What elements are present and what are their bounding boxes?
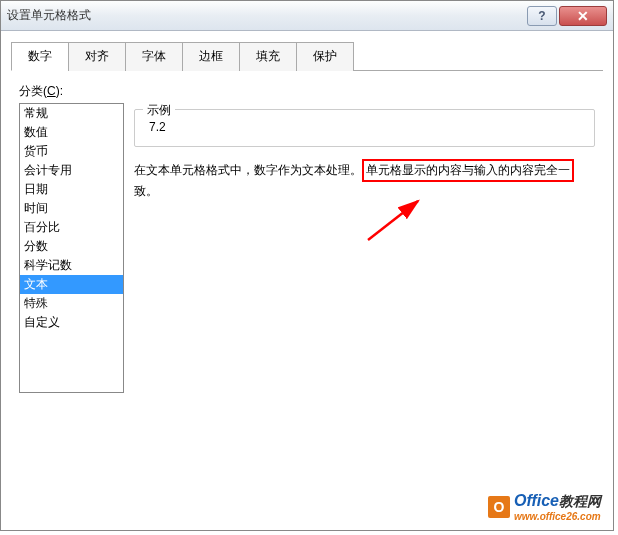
help-button[interactable]: ? xyxy=(527,6,557,26)
dialog-window: 设置单元格格式 ? ✕ 数字 对齐 字体 边框 填充 保护 分类(C): 常规 … xyxy=(0,0,614,531)
list-item-selected[interactable]: 文本 xyxy=(20,275,123,294)
category-label: 分类(C): xyxy=(19,83,595,100)
list-item[interactable]: 自定义 xyxy=(20,313,123,332)
sample-group: 示例 7.2 xyxy=(134,109,595,147)
watermark-logo-icon: O xyxy=(488,496,510,518)
category-label-prefix: 分类( xyxy=(19,84,47,98)
description-highlight: 单元格显示的内容与输入的内容完全一 xyxy=(362,159,574,182)
watermark-main: Office xyxy=(514,492,559,509)
dialog-content: 数字 对齐 字体 边框 填充 保护 分类(C): 常规 数值 货币 会计专用 日… xyxy=(1,31,613,530)
right-pane: 示例 7.2 在文本单元格格式中，数字作为文本处理。单元格显示的内容与输入的内容… xyxy=(134,103,595,526)
list-item[interactable]: 数值 xyxy=(20,123,123,142)
watermark: O Office教程网 www.office26.com xyxy=(488,492,601,522)
tab-alignment[interactable]: 对齐 xyxy=(68,42,126,71)
watermark-suffix: 教程网 xyxy=(559,493,601,509)
category-listbox[interactable]: 常规 数值 货币 会计专用 日期 时间 百分比 分数 科学记数 文本 特殊 自定… xyxy=(19,103,124,393)
description-after: 致。 xyxy=(134,184,158,198)
titlebar: 设置单元格格式 ? ✕ xyxy=(1,1,613,31)
list-item[interactable]: 常规 xyxy=(20,104,123,123)
list-item[interactable]: 日期 xyxy=(20,180,123,199)
list-item[interactable]: 会计专用 xyxy=(20,161,123,180)
category-label-suffix: ): xyxy=(56,84,63,98)
list-item[interactable]: 货币 xyxy=(20,142,123,161)
watermark-text: Office教程网 www.office26.com xyxy=(514,492,601,522)
titlebar-buttons: ? ✕ xyxy=(525,6,607,26)
sample-value: 7.2 xyxy=(145,120,584,134)
sample-legend: 示例 xyxy=(143,102,175,119)
close-button[interactable]: ✕ xyxy=(559,6,607,26)
watermark-url: www.office26.com xyxy=(514,511,601,522)
tab-border[interactable]: 边框 xyxy=(182,42,240,71)
panel-body: 常规 数值 货币 会计专用 日期 时间 百分比 分数 科学记数 文本 特殊 自定… xyxy=(19,103,595,526)
category-label-key: C xyxy=(47,84,56,98)
tab-panel-number: 分类(C): 常规 数值 货币 会计专用 日期 时间 百分比 分数 科学记数 文… xyxy=(11,71,603,532)
tab-protection[interactable]: 保护 xyxy=(296,42,354,71)
window-title: 设置单元格格式 xyxy=(7,7,525,24)
tab-font[interactable]: 字体 xyxy=(125,42,183,71)
list-item[interactable]: 特殊 xyxy=(20,294,123,313)
tab-fill[interactable]: 填充 xyxy=(239,42,297,71)
list-item[interactable]: 科学记数 xyxy=(20,256,123,275)
list-item[interactable]: 分数 xyxy=(20,237,123,256)
list-item[interactable]: 时间 xyxy=(20,199,123,218)
format-description: 在文本单元格格式中，数字作为文本处理。单元格显示的内容与输入的内容完全一致。 xyxy=(134,159,595,201)
tab-number[interactable]: 数字 xyxy=(11,42,69,71)
description-before: 在文本单元格格式中，数字作为文本处理。 xyxy=(134,163,362,177)
tab-strip: 数字 对齐 字体 边框 填充 保护 xyxy=(11,41,603,71)
list-item[interactable]: 百分比 xyxy=(20,218,123,237)
